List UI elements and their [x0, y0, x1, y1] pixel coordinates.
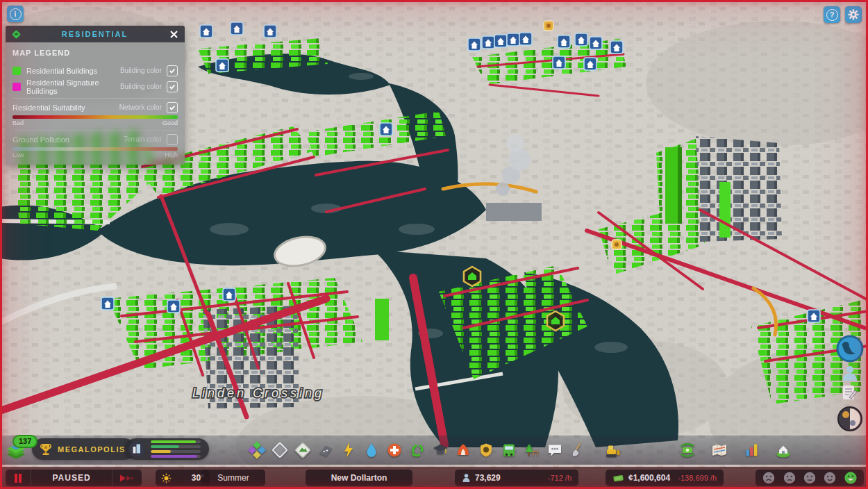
roads-tool-icon[interactable]	[317, 441, 335, 459]
gear-icon	[846, 8, 860, 22]
fire-rescue-tool-icon[interactable]	[454, 441, 472, 459]
season-display[interactable]: Summer	[201, 470, 265, 486]
happiness-face-happy-icon	[844, 471, 858, 485]
legend-mode-label: Network color	[119, 103, 162, 111]
demand-building-icon	[128, 440, 146, 458]
population-icon	[462, 473, 471, 483]
legend-row: Residential Buildings Building color	[12, 63, 178, 78]
zoning-tool-icon[interactable]	[248, 441, 266, 459]
treasury-trend: -138,699 /h	[678, 474, 717, 482]
terrain-tool-icon[interactable]	[294, 441, 312, 459]
game-window: Linden Crossing i ?	[0, 0, 868, 489]
education-tool-icon[interactable]	[431, 441, 449, 459]
population-trend: -712 /h	[548, 474, 571, 482]
transportation-tool-icon[interactable]	[500, 441, 518, 459]
map-journal-icon[interactable]	[710, 441, 728, 459]
pollution-gradient	[12, 147, 178, 151]
status-bar: PAUSED 30° Summe	[0, 467, 868, 489]
settings-button[interactable]	[845, 6, 862, 23]
industrial-demand-bar	[151, 450, 171, 453]
chirper-button[interactable]	[837, 336, 862, 361]
economy-panel-icon[interactable]	[678, 441, 696, 459]
happiness-face-content-icon	[823, 471, 837, 485]
panel-title: RESIDENTIAL	[22, 30, 168, 38]
scale-max-label: High	[165, 151, 178, 158]
legend-checkbox[interactable]	[167, 65, 178, 76]
treasury-display[interactable]: ¢1,600,604 -138,699 /h	[606, 470, 724, 486]
milestone-name: MEGALOPOLIS	[58, 445, 126, 454]
residential-infoview-panel: RESIDENTIAL MAP LEGEND Residential Build…	[6, 26, 185, 165]
demand-bars	[151, 440, 201, 458]
happiness-face-neutral-icon	[803, 471, 817, 485]
garbage-tool-icon[interactable]	[408, 441, 426, 459]
magenta-swatch	[12, 83, 21, 91]
police-tool-icon[interactable]	[477, 441, 495, 459]
landscaping-tool-icon[interactable]	[569, 441, 587, 459]
treasury-value: ¢1,600,604	[628, 473, 670, 483]
place-label: Linden Crossing	[192, 386, 324, 400]
legend-row-pollution: Ground Pollution Terrain color Low High	[12, 130, 178, 158]
city-name-label: New Dollarton	[331, 473, 387, 483]
legend-checkbox[interactable]	[167, 134, 178, 145]
speed-arrows-icon	[119, 474, 135, 483]
areas-tool-icon[interactable]	[271, 441, 289, 459]
money-icon	[612, 474, 624, 483]
help-icon: ?	[826, 9, 838, 21]
info-icon: i	[10, 8, 22, 20]
legend-row: Residential Signature Buildings Building…	[12, 78, 178, 94]
legend-mode-label: Building color	[120, 67, 162, 74]
scale-max-label: Good	[162, 119, 178, 126]
simulation-controls: PAUSED	[6, 470, 142, 486]
city-name-display[interactable]: New Dollarton	[306, 470, 412, 486]
office-demand-bar	[151, 455, 197, 458]
legend-label: Ground Pollution	[12, 135, 124, 144]
pause-icon	[14, 474, 22, 483]
panel-header: RESIDENTIAL	[6, 26, 185, 42]
population-value: 73,629	[475, 473, 501, 483]
info-view-button[interactable]: i	[7, 6, 24, 22]
progression-panel-icon[interactable]	[774, 441, 792, 459]
radio-button[interactable]	[838, 407, 862, 431]
milestone-pill[interactable]: MEGALOPOLIS	[32, 438, 135, 460]
legend-checkbox[interactable]	[167, 102, 178, 113]
level-badge: 137	[12, 435, 37, 448]
healthcare-tool-icon[interactable]	[385, 441, 403, 459]
citizens-button[interactable]	[841, 364, 859, 382]
happiness-face-sad-icon	[783, 471, 796, 485]
commercial-demand-bar	[151, 445, 179, 448]
sim-state-label: PAUSED	[31, 470, 112, 486]
suitability-gradient	[12, 115, 178, 119]
legend-label: Residential Suitability	[12, 103, 119, 112]
statistics-panel-icon[interactable]	[742, 441, 760, 459]
happiness-display[interactable]	[756, 470, 864, 486]
scale-min-label: Low	[12, 151, 24, 158]
sim-speed-button[interactable]	[112, 470, 142, 486]
legend-section-title: MAP LEGEND	[12, 49, 178, 57]
xp-level-indicator[interactable]: 137	[4, 438, 36, 464]
legend-mode-label: Terrain color	[124, 135, 162, 143]
zoning-demand-pill[interactable]	[125, 438, 209, 460]
season-label: Summer	[217, 473, 249, 483]
residential-demand-bar	[151, 440, 196, 443]
water-sewage-tool-icon[interactable]	[362, 441, 381, 459]
population-display[interactable]: 73,629 -712 /h	[455, 470, 578, 486]
scale-min-label: Bad	[12, 119, 24, 126]
parks-recreation-tool-icon[interactable]	[523, 441, 541, 459]
bulldozer-tool-icon[interactable]	[604, 441, 622, 459]
sun-icon	[161, 473, 172, 483]
legend-mode-label: Building color	[120, 83, 162, 90]
communications-tool-icon[interactable]	[546, 441, 564, 459]
legend-checkbox[interactable]	[167, 81, 178, 92]
notes-button[interactable]	[843, 386, 857, 399]
legend-label: Residential Buildings	[26, 67, 120, 75]
pause-button[interactable]	[6, 470, 31, 486]
green-swatch	[12, 67, 21, 75]
help-button[interactable]: ?	[824, 6, 840, 23]
happiness-face-very-sad-icon	[762, 471, 776, 485]
legend-label: Residential Signature Buildings	[26, 78, 120, 95]
residential-zone-icon	[11, 29, 22, 40]
trophy-icon	[38, 442, 53, 457]
close-icon[interactable]	[168, 28, 179, 40]
electricity-tool-icon[interactable]	[340, 441, 358, 459]
legend-row-suitability: Residential Suitability Network color Ba…	[12, 98, 178, 126]
